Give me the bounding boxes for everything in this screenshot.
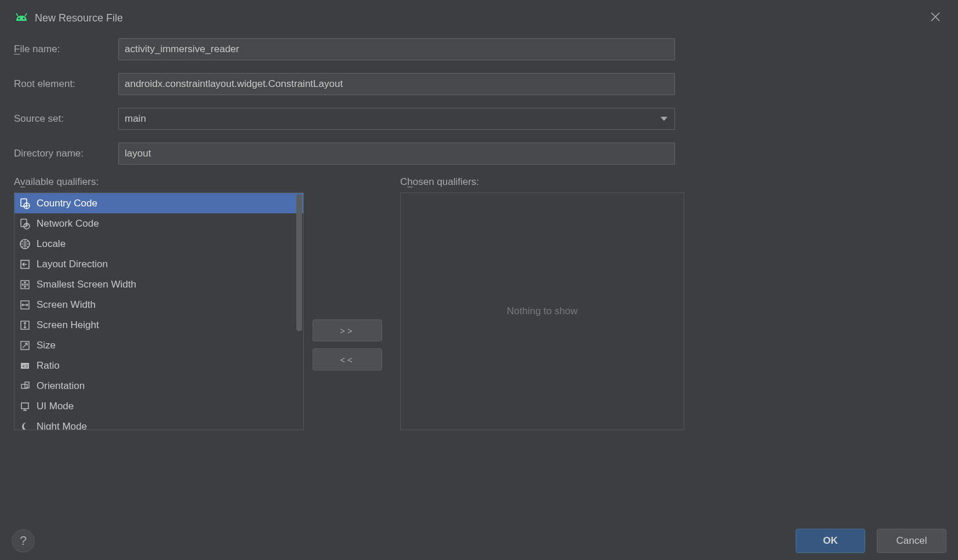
night-mode-icon — [18, 420, 32, 430]
arrows-vertical-icon — [18, 318, 32, 332]
ok-button[interactable]: OK — [796, 529, 865, 553]
list-item-label: UI Mode — [37, 401, 74, 412]
available-column: Available qualifiers: Country CodeNetwor… — [14, 176, 304, 430]
titlebar: New Resource File — [0, 0, 958, 38]
source-set-label: Source set: — [14, 113, 118, 125]
file-name-label: File name: — [14, 43, 118, 55]
chosen-empty-text: Nothing to show — [507, 306, 578, 317]
arrows-move-icon — [18, 278, 32, 292]
orientation-icon — [18, 379, 32, 393]
svg-line-1 — [25, 13, 27, 16]
list-item[interactable]: Screen Width — [14, 294, 303, 315]
close-icon[interactable] — [927, 9, 944, 27]
remove-qualifier-button[interactable]: << — [313, 348, 382, 370]
qualifiers-section: Available qualifiers: Country CodeNetwor… — [0, 165, 684, 430]
move-buttons: >> << — [304, 176, 391, 430]
ratio-box-icon: 4:3 — [18, 359, 32, 373]
list-item[interactable]: Orientation — [14, 376, 303, 396]
bottom-bar: ? OK Cancel — [0, 529, 958, 553]
directory-name-label: Directory name: — [14, 148, 118, 159]
list-item[interactable]: Country Code — [14, 193, 303, 213]
list-item-label: Layout Direction — [37, 259, 108, 270]
list-item[interactable]: Screen Height — [14, 315, 303, 335]
svg-text:4:3: 4:3 — [22, 364, 28, 368]
list-item[interactable]: UI Mode — [14, 396, 303, 416]
list-item-label: Screen Width — [37, 299, 96, 311]
cancel-button[interactable]: Cancel — [877, 529, 946, 553]
file-name-input[interactable]: activity_immersive_reader — [118, 38, 675, 60]
list-item-label: Locale — [37, 238, 66, 250]
form-grid: File name: activity_immersive_reader Roo… — [0, 38, 684, 165]
list-item-label: Night Mode — [37, 421, 87, 430]
list-item[interactable]: Network Code — [14, 213, 303, 234]
list-item[interactable]: Night Mode — [14, 416, 303, 430]
globe-icon — [18, 237, 32, 251]
ui-mode-icon — [18, 399, 32, 413]
chosen-qualifiers-label: Chosen qualifiers: — [400, 176, 684, 188]
chosen-column: Chosen qualifiers: Nothing to show — [400, 176, 684, 430]
new-resource-file-dialog: New Resource File File name: activity_im… — [0, 0, 958, 560]
directory-name-input[interactable]: layout — [118, 143, 675, 165]
list-item[interactable]: 4:3Ratio — [14, 355, 303, 376]
arrow-left-box-icon — [18, 257, 32, 271]
source-set-value: main — [125, 113, 146, 125]
list-item-label: Orientation — [37, 380, 85, 392]
list-item[interactable]: Locale — [14, 234, 303, 254]
list-item[interactable]: Layout Direction — [14, 254, 303, 274]
list-item[interactable]: Smallest Screen Width — [14, 274, 303, 294]
arrows-horizontal-icon — [18, 298, 32, 312]
list-item-label: Ratio — [37, 360, 60, 372]
source-set-select[interactable]: main — [118, 108, 675, 130]
list-item-label: Smallest Screen Width — [37, 279, 136, 290]
help-button[interactable]: ? — [12, 529, 35, 552]
svg-rect-18 — [21, 403, 28, 409]
svg-point-3 — [23, 18, 25, 20]
chevron-down-icon — [661, 117, 667, 121]
file-network-icon — [18, 217, 32, 231]
android-icon — [14, 12, 29, 24]
file-globe-icon — [18, 197, 32, 210]
list-item[interactable]: Size — [14, 335, 303, 355]
scrollbar-thumb[interactable] — [296, 194, 302, 331]
available-qualifiers-list[interactable]: Country CodeNetwork CodeLocaleLayout Dir… — [14, 192, 304, 430]
add-qualifier-button[interactable]: >> — [313, 319, 382, 341]
svg-line-0 — [16, 13, 18, 16]
svg-point-2 — [19, 18, 20, 20]
available-qualifiers-label: Available qualifiers: — [14, 176, 304, 188]
dialog-title: New Resource File — [35, 12, 123, 24]
list-item-label: Country Code — [37, 198, 97, 209]
root-element-label: Root element: — [14, 78, 118, 90]
list-item-label: Network Code — [37, 218, 99, 230]
list-item-label: Screen Height — [37, 319, 99, 331]
list-item-label: Size — [37, 340, 56, 351]
size-arrow-icon — [18, 339, 32, 352]
root-element-input[interactable]: androidx.constraintlayout.widget.Constra… — [118, 73, 675, 95]
chosen-qualifiers-list[interactable]: Nothing to show — [400, 192, 684, 430]
